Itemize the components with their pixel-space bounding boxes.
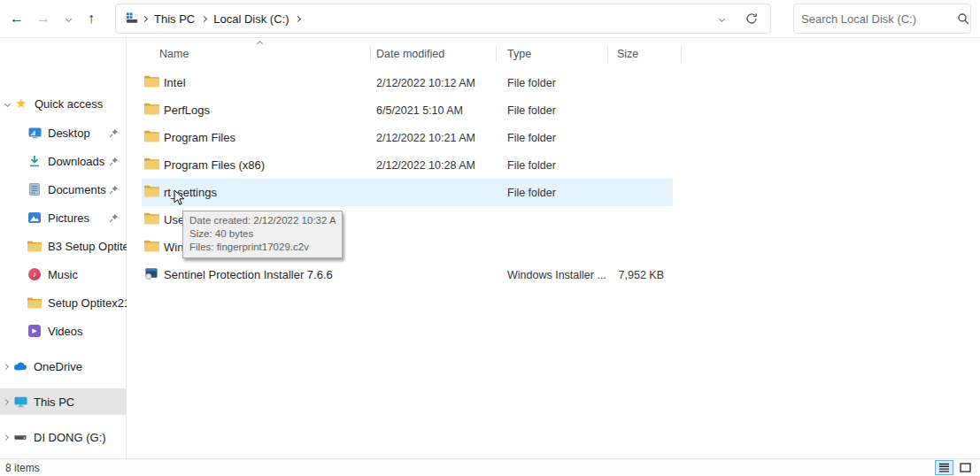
sidebar-item-label: Music — [48, 268, 78, 281]
local-disk-icon — [125, 12, 139, 26]
refresh-icon[interactable] — [745, 12, 758, 25]
column-header-size[interactable]: Size — [617, 42, 638, 65]
navigation-pane: ★ Quick access Desktop Downloads Documen… — [0, 38, 127, 458]
sidebar-item-label: Downloads — [48, 155, 104, 168]
sidebar-item-this-pc[interactable]: This PC — [0, 388, 127, 415]
pin-icon — [109, 157, 119, 166]
column-divider[interactable] — [607, 46, 608, 62]
search-icon[interactable] — [957, 12, 969, 25]
videos-icon: ▶ — [27, 324, 42, 338]
sidebar-item-onedrive[interactable]: OneDrive — [0, 353, 127, 380]
up-icon: ↑ — [88, 11, 95, 27]
breadcrumb-separator-icon — [295, 15, 301, 21]
search-box — [793, 4, 971, 34]
sidebar-item-label: Setup Optitex21 — [48, 296, 127, 310]
file-row-sentinel-installer[interactable]: Sentinel Protection Installer 7.6.6 Wind… — [127, 261, 693, 288]
sidebar-item-videos[interactable]: ▶ Videos — [0, 318, 127, 344]
desktop-icon — [27, 126, 42, 140]
folder-icon — [144, 75, 159, 91]
folder-icon — [144, 130, 159, 146]
file-row-intel[interactable]: Intel 2/12/2022 10:12 AM File folder — [127, 69, 693, 96]
forward-button[interactable]: → — [32, 7, 55, 30]
sidebar-item-b3-setup-optitex[interactable]: B3 Setup Optitex — [0, 233, 127, 259]
chevron-down-icon — [65, 15, 71, 21]
large-icons-view-icon — [960, 463, 971, 472]
folder-info-tooltip: Date created: 2/12/2022 10:32 AM Size: 4… — [182, 211, 343, 258]
chevron-expanded-icon[interactable] — [4, 100, 11, 106]
file-explorer-window: ← → ↑ This PC Local Disk (C:) — [0, 0, 980, 476]
file-row-perflogs[interactable]: PerfLogs 6/5/2021 5:10 AM File folder — [127, 96, 693, 124]
sidebar-item-label: Quick access — [35, 97, 103, 111]
sidebar-item-setup-optitex21[interactable]: Setup Optitex21 — [0, 289, 127, 316]
search-input[interactable] — [801, 12, 957, 26]
sidebar-item-label: Desktop — [48, 127, 90, 140]
breadcrumb-local-disk[interactable]: Local Disk (C:) — [210, 12, 292, 26]
tooltip-size: Size: 40 bytes — [189, 227, 336, 241]
sidebar-item-label: Pictures — [48, 211, 89, 225]
breadcrumb-this-pc[interactable]: This PC — [150, 12, 198, 26]
sort-ascending-icon — [257, 41, 263, 47]
details-view-icon — [938, 463, 950, 472]
pin-icon — [109, 185, 119, 195]
downloads-icon — [27, 154, 42, 168]
folder-icon — [144, 185, 159, 201]
large-icons-view-button[interactable] — [956, 460, 975, 475]
folder-icon — [27, 296, 42, 310]
quick-access-star-icon: ★ — [14, 96, 28, 111]
folder-icon — [27, 239, 42, 253]
status-bar: 8 items — [0, 458, 980, 476]
documents-icon — [27, 182, 42, 196]
file-row-rt-settings[interactable]: rt_settings File folder — [142, 179, 673, 206]
mouse-cursor — [174, 189, 185, 210]
folder-icon — [144, 157, 159, 173]
up-button[interactable]: ↑ — [80, 7, 103, 30]
sidebar-item-label: Documents — [48, 183, 106, 196]
installer-package-icon — [144, 267, 158, 283]
this-pc-icon — [13, 395, 27, 409]
chevron-right-icon[interactable] — [3, 398, 9, 404]
column-header-name[interactable]: Name — [159, 42, 189, 65]
sidebar-item-label: DI DONG (G:) — [34, 431, 106, 444]
column-header-type[interactable]: Type — [507, 42, 531, 65]
item-count: 8 items — [5, 462, 40, 474]
sidebar-item-desktop[interactable]: Desktop — [0, 119, 127, 146]
sidebar-item-di-dong-g[interactable]: DI DONG (G:) — [0, 424, 127, 450]
tooltip-files: Files: fingerprint17029.c2v — [189, 241, 336, 254]
details-view-button[interactable] — [935, 460, 953, 475]
usb-drive-icon — [13, 430, 27, 444]
back-button[interactable]: ← — [5, 7, 28, 30]
sidebar-item-label: B3 Setup Optitex — [48, 240, 127, 253]
sidebar-item-label: This PC — [34, 395, 74, 409]
column-divider[interactable] — [496, 46, 497, 62]
address-bar[interactable]: This PC Local Disk (C:) — [115, 4, 771, 34]
music-icon: ♪ — [27, 267, 42, 281]
recent-locations-button[interactable] — [57, 7, 80, 30]
folder-icon — [144, 103, 159, 119]
sidebar-item-label: OneDrive — [34, 360, 82, 373]
address-dropdown-icon[interactable] — [719, 15, 725, 21]
breadcrumb-separator-icon — [201, 15, 207, 21]
sidebar-item-documents[interactable]: Documents — [0, 176, 127, 203]
column-divider[interactable] — [370, 46, 371, 62]
sidebar-item-music[interactable]: ♪ Music — [0, 261, 127, 288]
toolbar: ← → ↑ This PC Local Disk (C:) — [0, 0, 980, 38]
sidebar-item-pictures[interactable]: Pictures — [0, 204, 127, 231]
file-row-program-files-x86[interactable]: Program Files (x86) 2/12/2022 10:28 AM F… — [127, 151, 693, 179]
sidebar-item-downloads[interactable]: Downloads — [0, 148, 127, 174]
sidebar-item-label: Videos — [48, 325, 83, 338]
chevron-right-icon[interactable] — [3, 363, 9, 369]
folder-icon — [144, 212, 159, 228]
onedrive-icon — [13, 359, 27, 373]
folder-icon — [144, 240, 159, 256]
pin-icon — [109, 128, 119, 138]
tooltip-date-created: Date created: 2/12/2022 10:32 AM — [189, 214, 336, 227]
sidebar-item-quick-access[interactable]: ★ Quick access — [0, 90, 127, 117]
column-header-date-modified[interactable]: Date modified — [376, 42, 444, 65]
chevron-right-icon[interactable] — [3, 434, 9, 440]
column-divider[interactable] — [681, 46, 682, 62]
breadcrumb-separator-icon — [142, 15, 148, 21]
pictures-icon — [27, 211, 42, 225]
pin-icon — [109, 213, 119, 223]
file-row-program-files[interactable]: Program Files 2/12/2022 10:21 AM File fo… — [127, 124, 693, 151]
forward-icon: → — [36, 11, 50, 27]
